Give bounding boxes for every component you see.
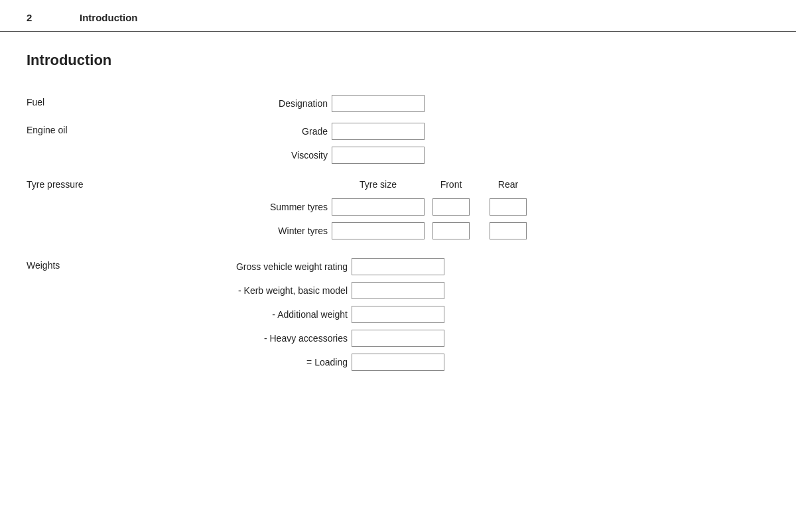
fuel-label: Fuel bbox=[27, 93, 159, 107]
additional-weight-label: - Additional weight bbox=[159, 309, 352, 320]
summer-front-input[interactable] bbox=[432, 198, 470, 216]
winter-tyre-size-input[interactable] bbox=[332, 222, 425, 239]
kerb-weight-row: - Kerb weight, basic model bbox=[159, 280, 769, 301]
page-number: 2 bbox=[27, 12, 40, 23]
heavy-accessories-row: - Heavy accessories bbox=[159, 328, 769, 349]
winter-rear-input[interactable] bbox=[490, 222, 527, 239]
winter-front-input[interactable] bbox=[432, 222, 470, 239]
weights-right: Gross vehicle weight rating - Kerb weigh… bbox=[159, 256, 769, 375]
fuel-right: Designation bbox=[159, 93, 769, 117]
winter-tyres-label: Winter tyres bbox=[159, 226, 332, 236]
kerb-weight-input[interactable] bbox=[352, 282, 444, 299]
loading-label: = Loading bbox=[159, 357, 352, 367]
section-title: Introduction bbox=[27, 52, 769, 69]
content-area: Introduction Fuel Designation Engine oil bbox=[0, 32, 796, 395]
tyre-pressure-row: Tyre pressure Tyre size Front Rear Summe… bbox=[27, 175, 769, 244]
weights-label: Weights bbox=[27, 256, 159, 271]
page: 2 Introduction Introduction Fuel Designa… bbox=[0, 0, 796, 532]
header-title: Introduction bbox=[80, 12, 137, 23]
designation-row: Designation bbox=[159, 93, 769, 114]
engine-oil-label: Engine oil bbox=[27, 121, 159, 135]
kerb-weight-label: - Kerb weight, basic model bbox=[159, 285, 352, 296]
heavy-accessories-input[interactable] bbox=[352, 330, 444, 347]
summer-tyres-row: Summer tyres bbox=[159, 196, 769, 218]
designation-label: Designation bbox=[159, 98, 332, 109]
form-area: Fuel Designation Engine oil Grade bbox=[27, 93, 769, 375]
gross-weight-label: Gross vehicle weight rating bbox=[159, 261, 352, 272]
weights-row: Weights Gross vehicle weight rating - Ke… bbox=[27, 256, 769, 375]
additional-weight-input[interactable] bbox=[352, 306, 444, 323]
designation-input[interactable] bbox=[332, 95, 425, 112]
winter-tyres-row: Winter tyres bbox=[159, 220, 769, 241]
summer-rear-input[interactable] bbox=[490, 198, 527, 216]
fuel-row: Fuel Designation bbox=[27, 93, 769, 117]
summer-tyres-label: Summer tyres bbox=[159, 202, 332, 212]
loading-input[interactable] bbox=[352, 354, 444, 371]
viscosity-row: Viscosity bbox=[159, 145, 769, 166]
engine-oil-right: Grade Viscosity bbox=[159, 121, 769, 168]
summer-tyre-size-input[interactable] bbox=[332, 198, 425, 216]
engine-oil-row: Engine oil Grade Viscosity bbox=[27, 121, 769, 168]
tyre-right: Tyre size Front Rear Summer tyres bbox=[159, 175, 769, 244]
gross-weight-row: Gross vehicle weight rating bbox=[159, 256, 769, 277]
loading-row: = Loading bbox=[159, 352, 769, 373]
grade-label: Grade bbox=[159, 126, 332, 137]
header-bar: 2 Introduction bbox=[0, 0, 796, 32]
viscosity-input[interactable] bbox=[332, 147, 425, 164]
grade-row: Grade bbox=[159, 121, 769, 142]
gross-weight-input[interactable] bbox=[352, 258, 444, 275]
additional-weight-row: - Additional weight bbox=[159, 304, 769, 325]
rear-header: Rear bbox=[490, 179, 527, 190]
heavy-accessories-label: - Heavy accessories bbox=[159, 333, 352, 344]
viscosity-label: Viscosity bbox=[159, 150, 332, 161]
front-header: Front bbox=[432, 179, 470, 190]
grade-input[interactable] bbox=[332, 123, 425, 140]
tyre-size-header: Tyre size bbox=[332, 179, 425, 190]
tyre-pressure-label: Tyre pressure bbox=[27, 175, 159, 190]
tyre-cols-header: Tyre size Front Rear bbox=[159, 175, 769, 194]
